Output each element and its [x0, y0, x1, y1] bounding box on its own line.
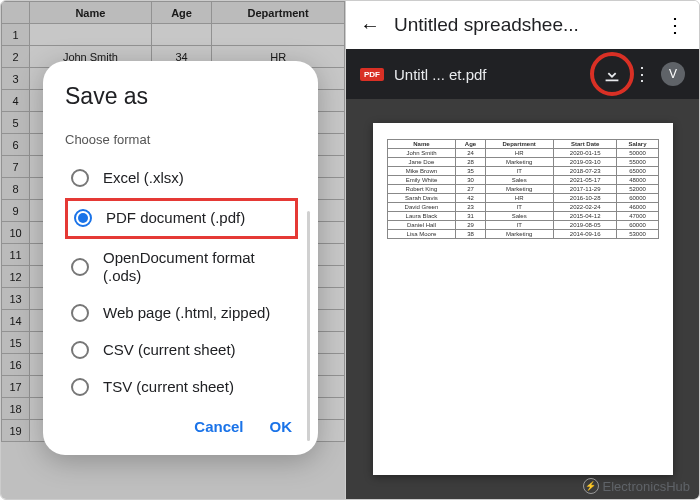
- radio-icon: [71, 169, 89, 187]
- pdf-th: Start Date: [553, 140, 617, 149]
- pdf-td: HR: [485, 149, 553, 158]
- scrollbar[interactable]: [307, 211, 310, 441]
- pdf-td: IT: [485, 167, 553, 176]
- save-as-dialog: Save as Choose format Excel (.xlsx) PDF …: [43, 61, 318, 455]
- more-icon[interactable]: ⋮: [665, 13, 685, 37]
- pdf-td: 27: [456, 185, 485, 194]
- pdf-td: 46000: [617, 203, 658, 212]
- pdf-filename: Untitl ... et.pdf: [394, 66, 591, 83]
- pdf-badge-icon: PDF: [360, 68, 384, 81]
- format-option-ods[interactable]: OpenDocument format (.ods): [65, 241, 298, 295]
- cancel-button[interactable]: Cancel: [194, 418, 243, 435]
- pdf-canvas: NameAgeDepartmentStart DateSalary John S…: [346, 99, 699, 499]
- table-row: Jane Doe28Marketing2019-03-1055000: [387, 158, 658, 167]
- mobile-screenshot-save-dialog: Name Age Department 1 2 John Smith 34 HR…: [1, 1, 346, 499]
- pdf-td: 52000: [617, 185, 658, 194]
- pdf-th: Name: [387, 140, 456, 149]
- pdf-td: 48000: [617, 176, 658, 185]
- viewer-top-bar: ← Untitled spreadshee... ⋮: [346, 1, 699, 49]
- pdf-td: 38: [456, 230, 485, 239]
- pdf-td: 2016-10-28: [553, 194, 617, 203]
- pdf-toolbar: PDF Untitl ... et.pdf ⋮ V: [346, 49, 699, 99]
- format-option-html[interactable]: Web page (.html, zipped): [65, 296, 298, 331]
- format-option-csv[interactable]: CSV (current sheet): [65, 333, 298, 368]
- radio-icon: [71, 378, 89, 396]
- col-age: Age: [151, 2, 211, 24]
- table-row: Daniel Hall29IT2019-08-0560000: [387, 221, 658, 230]
- pdf-td: 29: [456, 221, 485, 230]
- pdf-td: Emily White: [387, 176, 456, 185]
- format-label: Excel (.xlsx): [103, 169, 184, 188]
- pdf-td: IT: [485, 203, 553, 212]
- pdf-td: 2019-03-10: [553, 158, 617, 167]
- download-button[interactable]: [601, 63, 623, 85]
- pdf-td: 24: [456, 149, 485, 158]
- table-row: Sarah Davis42HR2016-10-2860000: [387, 194, 658, 203]
- ok-button[interactable]: OK: [270, 418, 293, 435]
- pdf-td: 30: [456, 176, 485, 185]
- avatar[interactable]: V: [661, 62, 685, 86]
- pdf-td: 35: [456, 167, 485, 176]
- pdf-td: 60000: [617, 194, 658, 203]
- format-label: PDF document (.pdf): [106, 209, 245, 228]
- format-label: OpenDocument format (.ods): [103, 249, 292, 287]
- more-icon[interactable]: ⋮: [633, 63, 651, 85]
- highlight-ring: [590, 52, 634, 96]
- radio-icon: [74, 209, 92, 227]
- pdf-td: Sarah Davis: [387, 194, 456, 203]
- table-row: Lisa Moore38Marketing2014-09-1653000: [387, 230, 658, 239]
- pdf-td: Sales: [485, 212, 553, 221]
- radio-icon: [71, 258, 89, 276]
- table-row: Robert King27Marketing2017-11-2952000: [387, 185, 658, 194]
- format-label: TSV (current sheet): [103, 378, 234, 397]
- table-row: David Green23IT2022-02-2446000: [387, 203, 658, 212]
- pdf-table: NameAgeDepartmentStart DateSalary John S…: [387, 139, 659, 239]
- pdf-td: 50000: [617, 149, 658, 158]
- format-list: Excel (.xlsx) PDF document (.pdf) OpenDo…: [65, 161, 298, 404]
- pdf-th: Age: [456, 140, 485, 149]
- pdf-td: 23: [456, 203, 485, 212]
- format-label: CSV (current sheet): [103, 341, 236, 360]
- pdf-td: Daniel Hall: [387, 221, 456, 230]
- pdf-page: NameAgeDepartmentStart DateSalary John S…: [373, 123, 673, 475]
- pdf-th: Salary: [617, 140, 658, 149]
- pdf-td: 55000: [617, 158, 658, 167]
- bolt-icon: ⚡: [583, 478, 599, 494]
- watermark: ⚡ ElectronicsHub: [583, 478, 690, 494]
- radio-icon: [71, 341, 89, 359]
- table-row: Emily White30Sales2021-05-1748000: [387, 176, 658, 185]
- pdf-td: Lisa Moore: [387, 230, 456, 239]
- pdf-td: Jane Doe: [387, 158, 456, 167]
- pdf-td: 2022-02-24: [553, 203, 617, 212]
- pdf-td: 42: [456, 194, 485, 203]
- pdf-td: Sales: [485, 176, 553, 185]
- format-option-tsv[interactable]: TSV (current sheet): [65, 370, 298, 405]
- pdf-td: 2015-04-12: [553, 212, 617, 221]
- pdf-td: Marketing: [485, 185, 553, 194]
- pdf-td: Marketing: [485, 230, 553, 239]
- pdf-td: Marketing: [485, 158, 553, 167]
- pdf-td: 31: [456, 212, 485, 221]
- radio-icon: [71, 304, 89, 322]
- format-option-xlsx[interactable]: Excel (.xlsx): [65, 161, 298, 196]
- format-option-pdf[interactable]: PDF document (.pdf): [65, 198, 298, 239]
- table-row: John Smith24HR2020-01-1550000: [387, 149, 658, 158]
- document-title: Untitled spreadshee...: [394, 14, 651, 36]
- col-name: Name: [30, 2, 152, 24]
- table-row: Laura Black31Sales2015-04-1247000: [387, 212, 658, 221]
- pdf-td: 28: [456, 158, 485, 167]
- pdf-td: 2018-07-23: [553, 167, 617, 176]
- mobile-screenshot-pdf-viewer: ← Untitled spreadshee... ⋮ PDF Untitl ..…: [346, 1, 699, 499]
- pdf-td: 2014-09-16: [553, 230, 617, 239]
- pdf-td: John Smith: [387, 149, 456, 158]
- pdf-td: 47000: [617, 212, 658, 221]
- back-icon[interactable]: ←: [360, 14, 380, 37]
- pdf-td: HR: [485, 194, 553, 203]
- pdf-td: 53000: [617, 230, 658, 239]
- table-row: Mike Brown35IT2018-07-2365000: [387, 167, 658, 176]
- watermark-text: ElectronicsHub: [603, 479, 690, 494]
- pdf-td: IT: [485, 221, 553, 230]
- pdf-td: Robert King: [387, 185, 456, 194]
- dialog-subhead: Choose format: [65, 132, 298, 147]
- col-dept: Department: [212, 2, 345, 24]
